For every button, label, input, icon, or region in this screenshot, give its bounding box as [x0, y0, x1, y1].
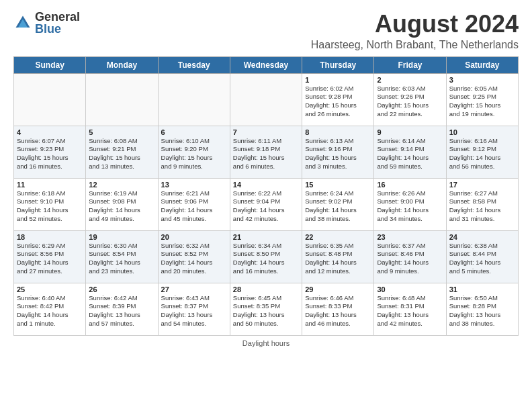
col-thursday: Thursday	[302, 56, 374, 73]
day-cell: 11Sunrise: 6:18 AM Sunset: 9:10 PM Dayli…	[14, 178, 86, 230]
header: General Blue August 2024 Haarsteeg, Nort…	[13, 11, 519, 51]
day-number: 22	[305, 233, 371, 241]
day-number: 21	[233, 233, 299, 241]
day-info: Sunrise: 6:38 AM Sunset: 8:44 PM Dayligh…	[449, 242, 515, 276]
day-info: Sunrise: 6:35 AM Sunset: 8:48 PM Dayligh…	[305, 242, 371, 276]
day-number: 13	[161, 181, 227, 189]
day-cell: 5Sunrise: 6:08 AM Sunset: 9:21 PM Daylig…	[86, 126, 158, 178]
day-cell	[86, 73, 158, 126]
day-info: Sunrise: 6:16 AM Sunset: 9:12 PM Dayligh…	[449, 137, 515, 171]
day-number: 9	[377, 128, 443, 136]
month-title: August 2024	[311, 11, 519, 38]
week-row-2: 4Sunrise: 6:07 AM Sunset: 9:23 PM Daylig…	[14, 126, 519, 178]
logo: General Blue	[13, 11, 80, 35]
day-cell: 28Sunrise: 6:45 AM Sunset: 8:35 PM Dayli…	[230, 283, 302, 335]
day-cell: 22Sunrise: 6:35 AM Sunset: 8:48 PM Dayli…	[302, 230, 374, 283]
day-info: Sunrise: 6:03 AM Sunset: 9:26 PM Dayligh…	[377, 85, 443, 119]
day-info: Sunrise: 6:50 AM Sunset: 8:28 PM Dayligh…	[449, 294, 515, 328]
day-cell: 12Sunrise: 6:19 AM Sunset: 9:08 PM Dayli…	[86, 178, 158, 230]
col-saturday: Saturday	[446, 56, 518, 73]
day-number: 14	[233, 181, 299, 189]
day-info: Sunrise: 6:18 AM Sunset: 9:10 PM Dayligh…	[17, 189, 83, 224]
day-info: Sunrise: 6:34 AM Sunset: 8:50 PM Dayligh…	[233, 242, 299, 276]
col-wednesday: Wednesday	[230, 56, 302, 73]
day-info: Sunrise: 6:27 AM Sunset: 8:58 PM Dayligh…	[449, 189, 515, 224]
week-row-4: 18Sunrise: 6:29 AM Sunset: 8:56 PM Dayli…	[14, 230, 519, 283]
day-info: Sunrise: 6:02 AM Sunset: 9:28 PM Dayligh…	[305, 85, 371, 119]
day-cell: 14Sunrise: 6:22 AM Sunset: 9:04 PM Dayli…	[230, 178, 302, 230]
day-info: Sunrise: 6:26 AM Sunset: 9:00 PM Dayligh…	[377, 189, 443, 224]
day-cell: 15Sunrise: 6:24 AM Sunset: 9:02 PM Dayli…	[302, 178, 374, 230]
day-number: 1	[305, 76, 371, 84]
day-cell	[230, 73, 302, 126]
day-number: 24	[449, 233, 515, 241]
day-cell: 21Sunrise: 6:34 AM Sunset: 8:50 PM Dayli…	[230, 230, 302, 283]
day-cell: 8Sunrise: 6:13 AM Sunset: 9:16 PM Daylig…	[302, 126, 374, 178]
day-number: 26	[89, 285, 154, 293]
week-row-1: 1Sunrise: 6:02 AM Sunset: 9:28 PM Daylig…	[14, 73, 519, 126]
day-number: 19	[89, 233, 154, 241]
day-info: Sunrise: 6:07 AM Sunset: 9:23 PM Dayligh…	[17, 137, 83, 171]
day-cell: 10Sunrise: 6:16 AM Sunset: 9:12 PM Dayli…	[446, 126, 518, 178]
day-number: 10	[449, 128, 515, 136]
day-info: Sunrise: 6:22 AM Sunset: 9:04 PM Dayligh…	[233, 189, 299, 224]
day-number: 17	[449, 181, 515, 189]
day-number: 27	[161, 285, 227, 293]
day-number: 23	[377, 233, 443, 241]
day-cell: 20Sunrise: 6:32 AM Sunset: 8:52 PM Dayli…	[158, 230, 230, 283]
day-cell: 23Sunrise: 6:37 AM Sunset: 8:46 PM Dayli…	[374, 230, 446, 283]
day-number: 8	[305, 128, 371, 136]
logo-blue: Blue	[35, 23, 80, 35]
col-sunday: Sunday	[14, 56, 86, 73]
day-cell	[14, 73, 86, 126]
day-number: 30	[377, 285, 443, 293]
day-cell: 27Sunrise: 6:43 AM Sunset: 8:37 PM Dayli…	[158, 283, 230, 335]
day-number: 12	[89, 181, 154, 189]
day-number: 15	[305, 181, 371, 189]
day-number: 31	[449, 285, 515, 293]
day-cell: 31Sunrise: 6:50 AM Sunset: 8:28 PM Dayli…	[446, 283, 518, 335]
day-number: 29	[305, 285, 371, 293]
day-number: 3	[449, 76, 515, 84]
day-cell: 7Sunrise: 6:11 AM Sunset: 9:18 PM Daylig…	[230, 126, 302, 178]
day-number: 5	[89, 128, 154, 136]
day-info: Sunrise: 6:21 AM Sunset: 9:06 PM Dayligh…	[161, 189, 227, 224]
day-cell: 2Sunrise: 6:03 AM Sunset: 9:26 PM Daylig…	[374, 73, 446, 126]
day-number: 4	[17, 128, 83, 136]
day-info: Sunrise: 6:19 AM Sunset: 9:08 PM Dayligh…	[89, 189, 154, 224]
week-row-5: 25Sunrise: 6:40 AM Sunset: 8:42 PM Dayli…	[14, 283, 519, 335]
day-info: Sunrise: 6:30 AM Sunset: 8:54 PM Dayligh…	[89, 242, 154, 276]
day-cell: 13Sunrise: 6:21 AM Sunset: 9:06 PM Dayli…	[158, 178, 230, 230]
day-info: Sunrise: 6:24 AM Sunset: 9:02 PM Dayligh…	[305, 189, 371, 224]
day-cell: 4Sunrise: 6:07 AM Sunset: 9:23 PM Daylig…	[14, 126, 86, 178]
day-info: Sunrise: 6:48 AM Sunset: 8:31 PM Dayligh…	[377, 294, 443, 328]
day-info: Sunrise: 6:10 AM Sunset: 9:20 PM Dayligh…	[161, 137, 227, 171]
day-number: 25	[17, 285, 83, 293]
col-monday: Monday	[86, 56, 158, 73]
logo-text: General Blue	[35, 11, 80, 35]
day-info: Sunrise: 6:42 AM Sunset: 8:39 PM Dayligh…	[89, 294, 154, 328]
day-info: Sunrise: 6:37 AM Sunset: 8:46 PM Dayligh…	[377, 242, 443, 276]
day-cell: 30Sunrise: 6:48 AM Sunset: 8:31 PM Dayli…	[374, 283, 446, 335]
day-cell: 18Sunrise: 6:29 AM Sunset: 8:56 PM Dayli…	[14, 230, 86, 283]
col-tuesday: Tuesday	[158, 56, 230, 73]
calendar-table: Sunday Monday Tuesday Wednesday Thursday…	[13, 56, 519, 336]
day-cell	[158, 73, 230, 126]
footer-note: Daylight hours	[13, 339, 519, 347]
day-cell: 9Sunrise: 6:14 AM Sunset: 9:14 PM Daylig…	[374, 126, 446, 178]
day-number: 2	[377, 76, 443, 84]
day-info: Sunrise: 6:13 AM Sunset: 9:16 PM Dayligh…	[305, 137, 371, 171]
day-info: Sunrise: 6:46 AM Sunset: 8:33 PM Dayligh…	[305, 294, 371, 328]
day-cell: 29Sunrise: 6:46 AM Sunset: 8:33 PM Dayli…	[302, 283, 374, 335]
day-number: 11	[17, 181, 83, 189]
day-info: Sunrise: 6:32 AM Sunset: 8:52 PM Dayligh…	[161, 242, 227, 276]
day-cell: 25Sunrise: 6:40 AM Sunset: 8:42 PM Dayli…	[14, 283, 86, 335]
day-cell: 6Sunrise: 6:10 AM Sunset: 9:20 PM Daylig…	[158, 126, 230, 178]
day-number: 6	[161, 128, 227, 136]
day-cell: 17Sunrise: 6:27 AM Sunset: 8:58 PM Dayli…	[446, 178, 518, 230]
day-cell: 3Sunrise: 6:05 AM Sunset: 9:25 PM Daylig…	[446, 73, 518, 126]
day-cell: 1Sunrise: 6:02 AM Sunset: 9:28 PM Daylig…	[302, 73, 374, 126]
day-info: Sunrise: 6:43 AM Sunset: 8:37 PM Dayligh…	[161, 294, 227, 328]
day-info: Sunrise: 6:08 AM Sunset: 9:21 PM Dayligh…	[89, 137, 154, 171]
day-number: 18	[17, 233, 83, 241]
